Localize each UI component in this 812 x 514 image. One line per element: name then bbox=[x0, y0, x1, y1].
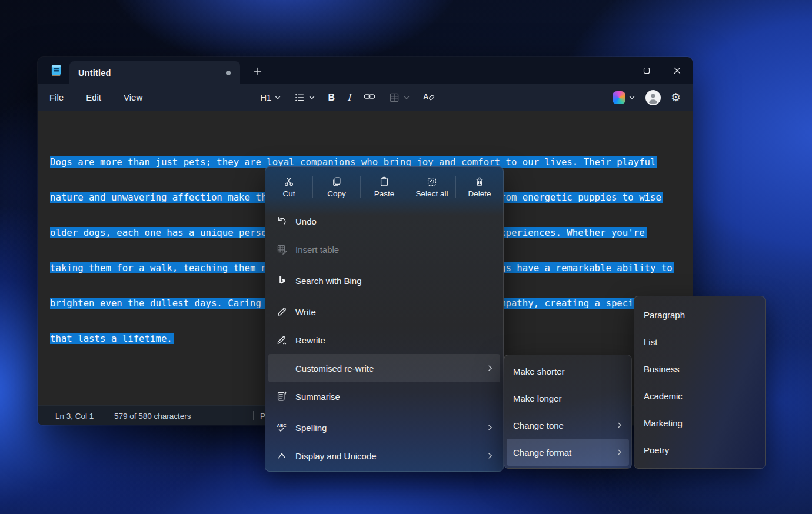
unsaved-dot-icon bbox=[226, 71, 231, 75]
display-unicode-label: Display and Unicode bbox=[295, 451, 487, 461]
table-dropdown[interactable] bbox=[388, 92, 410, 104]
submenu-item-make-shorter[interactable]: Make shorter bbox=[504, 358, 631, 385]
submenu-item-paragraph[interactable]: Paragraph bbox=[634, 301, 765, 328]
menu-edit[interactable]: Edit bbox=[86, 92, 101, 102]
paste-label: Paste bbox=[374, 189, 395, 198]
write-label: Write bbox=[295, 307, 503, 317]
submenu-item-marketing[interactable]: Marketing bbox=[634, 409, 765, 436]
insert-table-label: Insert table bbox=[295, 245, 503, 255]
menu-separator bbox=[266, 296, 502, 296]
window-controls bbox=[601, 57, 693, 84]
chevron-right-icon bbox=[487, 423, 494, 433]
close-button[interactable] bbox=[662, 57, 693, 84]
tab-title: Untitled bbox=[78, 68, 111, 78]
settings-button[interactable]: ⚙ bbox=[671, 92, 681, 103]
chevron-down-icon bbox=[403, 94, 410, 101]
submenu-item-change-format[interactable]: Change format bbox=[507, 439, 629, 466]
clipboard-row: Cut Copy Paste Select all Delete bbox=[265, 167, 503, 207]
chevron-down-icon bbox=[274, 94, 281, 101]
poetry-label: Poetry bbox=[644, 445, 669, 455]
list-dropdown[interactable] bbox=[294, 92, 315, 104]
menu-item-search-bing[interactable]: Search with Bing bbox=[265, 266, 503, 295]
menu-item-summarise[interactable]: Summarise bbox=[265, 382, 503, 410]
maximize-button[interactable] bbox=[631, 57, 662, 84]
submenu-item-list[interactable]: List bbox=[634, 328, 765, 355]
make-longer-label: Make longer bbox=[513, 393, 631, 403]
delete-button[interactable]: Delete bbox=[456, 167, 503, 207]
caret-icon bbox=[276, 450, 288, 462]
insert-table-icon bbox=[276, 243, 288, 255]
submenu-item-business[interactable]: Business bbox=[634, 355, 765, 382]
cut-button[interactable]: Cut bbox=[265, 167, 312, 207]
spelling-label: Spelling bbox=[295, 423, 487, 433]
paragraph-label: Paragraph bbox=[644, 310, 685, 320]
bold-button[interactable]: B bbox=[328, 92, 335, 103]
new-tab-button[interactable] bbox=[253, 66, 262, 76]
table-icon bbox=[388, 92, 400, 104]
bullet-list-icon bbox=[294, 92, 305, 104]
heading-label: H1 bbox=[260, 92, 271, 102]
make-shorter-label: Make shorter bbox=[513, 366, 631, 376]
menu-item-rewrite[interactable]: Rewrite bbox=[265, 326, 503, 354]
menu-item-undo[interactable]: Undo bbox=[265, 207, 503, 235]
clear-formatting-button[interactable]: A bbox=[422, 91, 435, 105]
selected-text-line: that lasts a lifetime. bbox=[50, 333, 174, 344]
change-format-label: Change format bbox=[513, 448, 616, 458]
minimize-button[interactable] bbox=[601, 57, 631, 84]
link-button[interactable] bbox=[363, 91, 376, 105]
menu-item-write[interactable]: Write bbox=[265, 298, 503, 326]
menu-item-display-unicode[interactable]: Display and Unicode bbox=[265, 442, 503, 470]
spelling-icon: ABC bbox=[276, 422, 288, 433]
copy-button[interactable]: Copy bbox=[313, 167, 360, 207]
close-icon bbox=[674, 67, 681, 74]
select-all-icon bbox=[426, 176, 438, 188]
undo-icon bbox=[276, 215, 288, 227]
select-all-button[interactable]: Select all bbox=[408, 167, 455, 207]
menu-item-insert-table[interactable]: Insert table bbox=[265, 235, 503, 263]
menu-file[interactable]: File bbox=[49, 92, 64, 102]
submenu-item-change-tone[interactable]: Change tone bbox=[504, 412, 631, 439]
plus-icon bbox=[254, 67, 262, 75]
academic-label: Academic bbox=[644, 391, 683, 401]
heading-dropdown[interactable]: H1 bbox=[260, 92, 281, 102]
rewrite-icon bbox=[276, 334, 288, 346]
maximize-icon bbox=[643, 67, 650, 74]
search-bing-label: Search with Bing bbox=[295, 276, 503, 286]
format-toolbar: H1 B I A bbox=[260, 91, 435, 105]
delete-label: Delete bbox=[468, 189, 491, 198]
copy-icon bbox=[331, 176, 342, 188]
menu-item-spelling[interactable]: ABC Spelling bbox=[265, 413, 503, 442]
change-format-submenu: Paragraph List Business Academic Marketi… bbox=[634, 296, 766, 469]
status-divider bbox=[253, 411, 254, 420]
menu-separator bbox=[266, 412, 502, 412]
svg-text:ABC: ABC bbox=[277, 423, 287, 428]
toolbar: File Edit View H1 B I A bbox=[38, 84, 693, 111]
titlebar: Untitled bbox=[38, 57, 693, 84]
submenu-item-make-longer[interactable]: Make longer bbox=[504, 385, 631, 412]
summarise-label: Summarise bbox=[295, 392, 503, 402]
italic-button[interactable]: I bbox=[347, 92, 351, 103]
submenu-item-poetry[interactable]: Poetry bbox=[634, 436, 765, 463]
paste-icon bbox=[378, 176, 390, 188]
tab-untitled[interactable]: Untitled bbox=[69, 61, 240, 84]
write-icon bbox=[276, 306, 288, 318]
submenu-item-academic[interactable]: Academic bbox=[634, 382, 765, 409]
minimize-icon bbox=[613, 67, 620, 74]
paste-button[interactable]: Paste bbox=[361, 167, 408, 207]
toolbar-right: ⚙ bbox=[613, 90, 681, 105]
svg-text:A: A bbox=[423, 92, 429, 101]
copilot-dropdown[interactable] bbox=[613, 91, 635, 104]
account-button[interactable] bbox=[645, 90, 661, 105]
menu-item-customised-rewrite[interactable]: Customised re-write bbox=[268, 354, 500, 382]
gear-icon: ⚙ bbox=[671, 91, 681, 104]
chevron-right-icon bbox=[616, 420, 623, 430]
list-label: List bbox=[644, 337, 657, 347]
customised-rewrite-label: Customised re-write bbox=[295, 363, 487, 373]
clear-formatting-icon: A bbox=[422, 91, 435, 102]
cursor-position: Ln 3, Col 1 bbox=[55, 411, 94, 420]
bing-icon bbox=[276, 275, 288, 286]
context-menu: Cut Copy Paste Select all Delete Undo In… bbox=[265, 166, 504, 472]
menu-view[interactable]: View bbox=[124, 92, 142, 102]
menu-separator bbox=[266, 265, 502, 265]
status-divider bbox=[107, 411, 107, 420]
